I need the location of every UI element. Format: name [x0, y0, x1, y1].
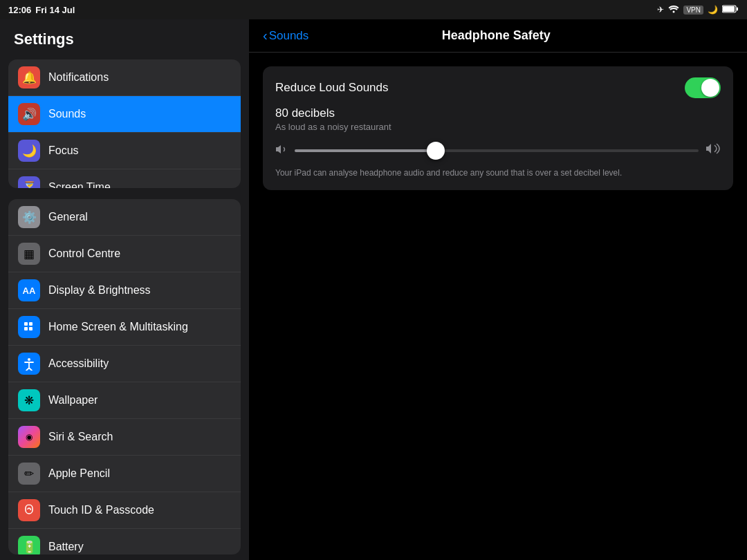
back-label: Sounds [269, 29, 309, 43]
slider-fill [295, 149, 436, 152]
sidebar-item-accessibility[interactable]: Accessibility [8, 346, 241, 382]
general-icon: ⚙️ [18, 206, 40, 228]
sidebar-label-accessibility: Accessibility [48, 357, 109, 370]
sidebar-item-home-screen[interactable]: Home Screen & Multitasking [8, 309, 241, 346]
sidebar-item-apple-pencil[interactable]: ✏ Apple Pencil [8, 456, 241, 492]
reduce-loud-sounds-label: Reduce Loud Sounds [275, 81, 389, 95]
volume-low-icon [275, 144, 288, 156]
toggle-knob [701, 79, 719, 97]
sidebar-label-touch-id: Touch ID & Passcode [48, 504, 154, 516]
svg-rect-5 [29, 322, 33, 326]
sidebar-label-siri-search: Siri & Search [48, 431, 113, 443]
sidebar: Settings 🔔 Notifications 🔊 Sounds 🌙 Focu… [0, 19, 249, 560]
wallpaper-icon: ❋ [18, 389, 40, 411]
back-chevron-icon: ‹ [263, 28, 268, 44]
accessibility-icon [18, 353, 40, 375]
moon-icon: 🌙 [708, 5, 718, 15]
slider-thumb[interactable] [427, 142, 445, 160]
screen-time-icon: ⏳ [18, 176, 40, 188]
control-centre-icon: ▦ [18, 243, 40, 265]
touch-id-icon [18, 499, 40, 521]
sidebar-label-display-brightness: Display & Brightness [48, 284, 151, 297]
status-bar: 12:06 Fri 14 Jul ✈ VPN 🌙 [0, 0, 747, 19]
page-title: Headphone Safety [314, 28, 678, 43]
sidebar-item-touch-id[interactable]: Touch ID & Passcode [8, 492, 241, 529]
display-brightness-icon: AA [18, 279, 40, 301]
volume-slider-container [275, 143, 721, 158]
content-area: ‹ Sounds Headphone Safety Reduce Loud So… [249, 19, 747, 560]
sidebar-label-notifications: Notifications [48, 71, 109, 84]
svg-rect-7 [29, 327, 33, 330]
home-screen-icon [18, 316, 40, 338]
sidebar-item-notifications[interactable]: 🔔 Notifications [8, 59, 241, 96]
sidebar-label-battery: Battery [48, 541, 84, 553]
sidebar-label-home-screen: Home Screen & Multitasking [48, 321, 188, 333]
toggle-row: Reduce Loud Sounds [275, 77, 721, 98]
focus-icon: 🌙 [18, 140, 40, 162]
svg-rect-4 [24, 322, 28, 326]
sidebar-item-wallpaper[interactable]: ❋ Wallpaper [8, 382, 241, 419]
battery-icon [722, 5, 739, 15]
siri-icon: ◉ [18, 426, 40, 448]
vpn-badge: VPN [683, 6, 703, 15]
decibel-description: As loud as a noisy restaurant [275, 122, 721, 132]
sidebar-label-focus: Focus [48, 144, 79, 157]
volume-slider-track[interactable] [295, 149, 699, 152]
svg-point-8 [28, 358, 30, 361]
status-time: 12:06 [8, 5, 31, 15]
reduce-loud-sounds-toggle[interactable] [685, 77, 721, 98]
sidebar-label-wallpaper: Wallpaper [48, 394, 98, 407]
content-header: ‹ Sounds Headphone Safety [249, 19, 747, 53]
sidebar-group-1: 🔔 Notifications 🔊 Sounds 🌙 Focus ⏳ Scree… [8, 59, 241, 188]
notifications-icon: 🔔 [18, 66, 40, 88]
sidebar-group-2: ⚙️ General ▦ Control Centre AA Display &… [8, 199, 241, 554]
sidebar-label-general: General [48, 211, 88, 223]
svg-rect-6 [24, 327, 28, 330]
sidebar-item-siri-search[interactable]: ◉ Siri & Search [8, 419, 241, 456]
sidebar-item-general[interactable]: ⚙️ General [8, 199, 241, 236]
sidebar-item-sounds[interactable]: 🔊 Sounds [8, 96, 241, 133]
sidebar-item-focus[interactable]: 🌙 Focus [8, 133, 241, 169]
sidebar-label-control-centre: Control Centre [48, 248, 120, 260]
battery-settings-icon: 🔋 [18, 536, 40, 554]
sidebar-item-screen-time[interactable]: ⏳ Screen Time [8, 169, 241, 188]
svg-rect-3 [737, 7, 738, 10]
sidebar-label-apple-pencil: Apple Pencil [48, 467, 110, 480]
sidebar-label-sounds: Sounds [48, 108, 86, 120]
headphone-safety-card: Reduce Loud Sounds 80 decibels As loud a… [263, 66, 733, 190]
sounds-icon: 🔊 [18, 103, 40, 125]
decibel-value: 80 decibels [275, 106, 721, 120]
apple-pencil-icon: ✏ [18, 463, 40, 485]
sidebar-item-control-centre[interactable]: ▦ Control Centre [8, 236, 241, 272]
volume-high-icon [706, 143, 721, 158]
airplane-icon: ✈ [657, 5, 664, 15]
sidebar-item-display-brightness[interactable]: AA Display & Brightness [8, 272, 241, 309]
wifi-icon [668, 5, 679, 15]
headphone-safety-footer: Your iPad can analyse headphone audio an… [275, 167, 721, 179]
svg-rect-2 [723, 6, 735, 12]
back-button[interactable]: ‹ Sounds [263, 28, 308, 44]
svg-point-0 [673, 10, 675, 12]
sidebar-item-battery[interactable]: 🔋 Battery [8, 529, 241, 554]
status-date: Fri 14 Jul [35, 5, 75, 15]
sidebar-title: Settings [0, 19, 249, 54]
sidebar-label-screen-time: Screen Time [48, 181, 111, 188]
